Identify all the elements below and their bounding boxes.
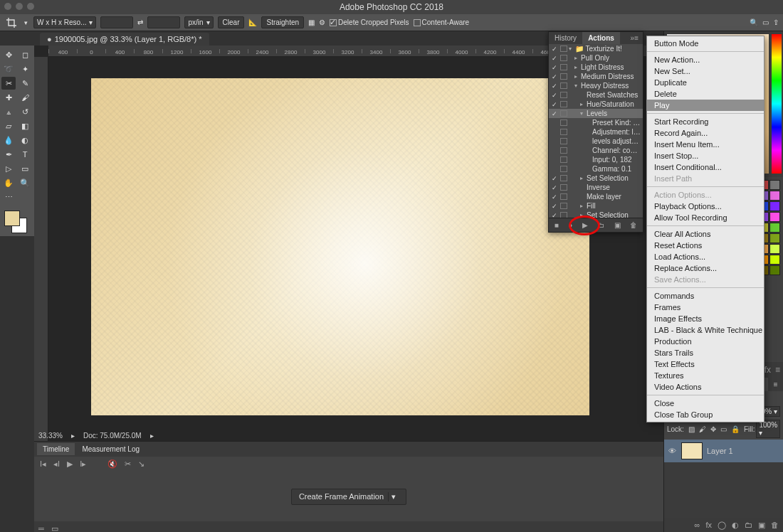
swatch[interactable] (769, 180, 780, 190)
swatch[interactable] (769, 212, 780, 222)
share-icon[interactable]: ⇪ (773, 18, 779, 26)
action-row[interactable]: ✓▸Set Selection (549, 211, 643, 218)
move-tool-icon[interactable]: ✥ (1, 48, 16, 61)
action-dialog-toggle[interactable] (560, 156, 567, 163)
action-toggle-checkbox[interactable]: ✓ (550, 184, 559, 191)
menu-item[interactable]: Text Effects (647, 358, 764, 370)
action-toggle-checkbox[interactable]: ✓ (550, 175, 559, 182)
panel-menu-icon[interactable]: ≡ (768, 378, 783, 391)
crop-tool-icon[interactable]: ✂ (1, 77, 16, 90)
action-toggle-checkbox[interactable]: ✓ (550, 110, 559, 117)
action-toggle-checkbox[interactable]: ✓ (550, 203, 559, 210)
blur-tool-icon[interactable]: 💧 (1, 134, 16, 147)
menu-item[interactable]: Duplicate (647, 77, 764, 88)
zoom-window-icon[interactable] (27, 3, 34, 10)
action-dialog-toggle[interactable] (560, 212, 567, 218)
action-dialog-toggle[interactable] (560, 110, 567, 117)
history-brush-tool-icon[interactable]: ↺ (18, 105, 32, 118)
action-toggle-checkbox[interactable]: ✓ (550, 212, 559, 218)
menu-item[interactable]: Clear All Actions (647, 228, 764, 240)
action-dialog-toggle[interactable] (560, 46, 567, 52)
action-row[interactable]: ✓▸Medium Distress (549, 72, 643, 81)
lock-position-icon[interactable]: ✥ (710, 425, 716, 433)
workspace-icon[interactable]: ▭ (762, 18, 769, 26)
disclosure-triangle-icon[interactable]: ▾ (569, 46, 574, 52)
zoom-level[interactable]: 33.33% (38, 432, 63, 440)
action-dialog-toggle[interactable] (560, 55, 567, 61)
action-toggle-checkbox[interactable]: ✓ (550, 64, 559, 71)
play-icon[interactable]: ▶ (582, 221, 588, 229)
menu-item[interactable]: LAB - Black & White Technique (647, 324, 764, 336)
action-row[interactable]: ✓▸Fill (549, 201, 643, 211)
action-row[interactable]: ✓▾Heavy Distress (549, 81, 643, 90)
action-dialog-toggle[interactable] (560, 175, 567, 181)
menu-item[interactable]: Button Mode (647, 38, 764, 49)
document-canvas[interactable] (91, 78, 589, 415)
action-toggle-checkbox[interactable]: ✓ (550, 193, 559, 201)
clone-stamp-tool-icon[interactable]: ⟁ (1, 105, 16, 118)
delete-icon[interactable]: 🗑 (630, 221, 637, 229)
action-toggle-checkbox[interactable]: ✓ (550, 83, 559, 90)
document-tab[interactable]: ●1900005.jpg @ 33.3% (Layer 1, RGB/8*) * (40, 33, 209, 46)
overlay-grid-icon[interactable]: ▦ (308, 18, 315, 26)
timeline-convert-icon[interactable]: ▭ (51, 524, 58, 533)
menu-item[interactable]: Stars Trails (647, 347, 764, 358)
menu-item[interactable]: Close (647, 398, 764, 409)
action-row[interactable]: levels adjustment (549, 137, 643, 146)
menu-item[interactable]: Replace Actions... (647, 262, 764, 274)
lock-image-icon[interactable]: 🖌 (699, 425, 706, 433)
new-action-icon[interactable]: ▣ (614, 221, 621, 229)
play-icon[interactable]: ▶ (67, 459, 73, 469)
tab-actions[interactable]: Actions (582, 32, 620, 44)
lasso-tool-icon[interactable]: ➰ (1, 63, 16, 75)
swatch[interactable] (769, 265, 780, 275)
record-icon[interactable]: ● (568, 221, 572, 229)
dodge-tool-icon[interactable]: ◐ (18, 134, 32, 147)
action-row[interactable]: ✓▾Levels (549, 109, 643, 118)
action-dialog-toggle[interactable] (560, 119, 567, 126)
go-first-frame-icon[interactable]: I◂ (40, 459, 46, 469)
action-toggle-checkbox[interactable]: ✓ (550, 73, 559, 80)
crop-preset-dropdown[interactable]: W x H x Reso...▾ (33, 16, 96, 28)
foreground-color-swatch[interactable] (4, 211, 20, 226)
panel-menu-icon[interactable]: »≡ (626, 32, 643, 44)
disclosure-triangle-icon[interactable]: ▾ (580, 110, 586, 117)
menu-item[interactable]: Insert Stop... (647, 150, 764, 161)
styles-icon[interactable]: fx (764, 365, 771, 375)
delete-layer-icon[interactable]: 🗑 (771, 521, 779, 529)
menu-item[interactable]: Video Actions (647, 381, 764, 393)
crop-units-dropdown[interactable]: px/in▾ (184, 16, 213, 28)
menu-item[interactable]: New Set... (647, 65, 764, 77)
lock-transparency-icon[interactable]: ▨ (688, 425, 695, 433)
action-toggle-checkbox[interactable]: ✓ (550, 92, 559, 99)
search-icon[interactable]: 🔍 (750, 18, 758, 26)
hand-tool-icon[interactable]: ✋ (1, 176, 16, 189)
action-dialog-toggle[interactable] (560, 92, 567, 98)
menu-item[interactable]: Commands (647, 290, 764, 302)
healing-brush-tool-icon[interactable]: ✚ (1, 91, 16, 104)
disclosure-triangle-icon[interactable]: ▾ (574, 83, 580, 89)
layer-thumbnail[interactable] (681, 442, 703, 459)
action-toggle-checkbox[interactable]: ✓ (550, 101, 559, 108)
color-swatches[interactable] (1, 209, 33, 233)
quick-select-tool-icon[interactable]: ✦ (18, 63, 32, 75)
action-row[interactable]: Preset Kind: Cust... (549, 118, 643, 127)
eyedropper-tool-icon[interactable]: ✎ (18, 77, 32, 90)
menu-item[interactable]: Textures (647, 370, 764, 381)
swatch[interactable] (769, 255, 780, 265)
action-toggle-checkbox[interactable]: ✓ (550, 46, 559, 53)
split-clip-icon[interactable]: ✂ (125, 459, 131, 469)
disclosure-triangle-icon[interactable]: ▸ (580, 212, 586, 218)
disclosure-triangle-icon[interactable]: ▸ (580, 101, 586, 107)
action-dialog-toggle[interactable] (560, 193, 567, 200)
delete-cropped-checkbox[interactable] (330, 19, 337, 26)
action-row[interactable]: ✓▸Pull Only (549, 53, 643, 63)
action-dialog-toggle[interactable] (560, 184, 567, 191)
tab-timeline[interactable]: Timeline (37, 443, 75, 455)
new-fill-adjust-icon[interactable]: ◐ (732, 521, 739, 530)
layer-fx-icon[interactable]: fx (705, 521, 712, 529)
visibility-eye-icon[interactable]: 👁 (667, 447, 677, 455)
menu-item[interactable]: Image Effects (647, 313, 764, 324)
path-select-tool-icon[interactable]: ▷ (1, 162, 16, 175)
action-toggle-checkbox[interactable]: ✓ (550, 55, 559, 62)
